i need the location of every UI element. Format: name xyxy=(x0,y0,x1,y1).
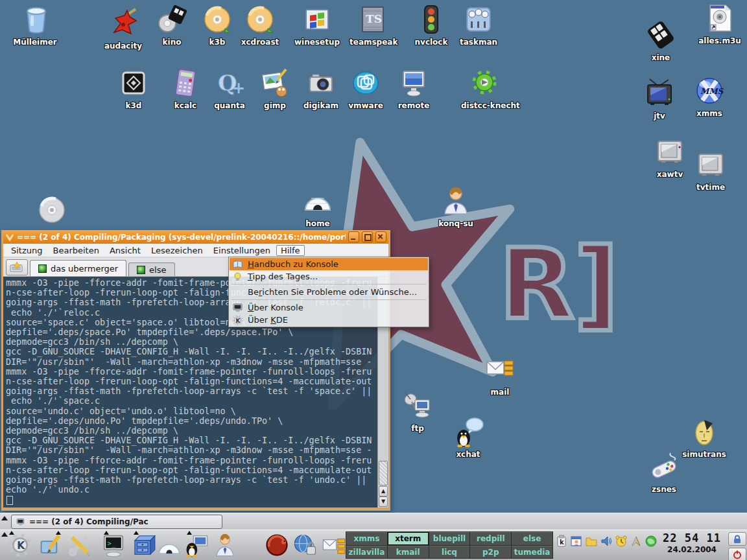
desktop-icon-nvclock[interactable]: nvclock xyxy=(407,4,456,47)
menu-item-tipp[interactable]: Tipp des Tages... xyxy=(230,270,428,283)
pager-cell-xterm[interactable]: xterm xyxy=(388,532,429,545)
menu-item-ueber-konsole[interactable]: Über Konsole xyxy=(230,301,428,314)
desktop-icon-quanta[interactable]: Q+ quanta xyxy=(205,67,254,111)
menu-bearbeiten[interactable]: Bearbeiten xyxy=(49,245,104,256)
minimize-button[interactable] xyxy=(348,231,359,242)
desktop-icon-xchat[interactable]: xchat xyxy=(444,416,493,460)
konsole-icon: >_ xyxy=(101,533,126,557)
desktop-icon-home[interactable]: home xyxy=(293,185,342,229)
menu-einstellungen[interactable]: Einstellungen xyxy=(209,245,275,256)
security-launcher[interactable] xyxy=(293,533,318,557)
terminal-cursor xyxy=(6,496,13,505)
kmenu-button[interactable]: K xyxy=(8,533,32,557)
desktop-icon-alles-m3u[interactable]: alles.m3u xyxy=(695,3,744,46)
mail-stack-icon xyxy=(322,533,346,557)
new-session-button[interactable] xyxy=(6,259,28,275)
desktop-icon-ftp[interactable]: ftp xyxy=(393,390,442,434)
kgpg-icon[interactable] xyxy=(630,535,643,548)
desktop-icon-vmware[interactable]: vmware xyxy=(341,67,390,111)
lock-screen-button[interactable] xyxy=(728,532,746,546)
desktop-icon-xmms[interactable]: MMS xmms xyxy=(685,75,734,119)
desktop-icon-tvtime[interactable]: tvtime xyxy=(686,149,735,192)
quanta-icon: Q+ xyxy=(214,67,245,99)
panel-scroll-arrow[interactable] xyxy=(1,516,8,520)
alarm-icon[interactable] xyxy=(615,535,628,548)
pager-cell-bluepill[interactable]: bluepill xyxy=(429,532,470,545)
pager-cell-else[interactable]: else xyxy=(512,532,552,545)
scroll-down-button[interactable]: ▼ xyxy=(379,496,388,507)
globe-icon[interactable] xyxy=(645,535,658,548)
folder-icon[interactable] xyxy=(585,535,598,548)
menu-ansicht[interactable]: Ansicht xyxy=(105,245,145,256)
menu-item-berichten[interactable]: Berichten Sie Probleme oder Wünsche... xyxy=(230,286,428,298)
desktop-icon-jtv[interactable]: jtv xyxy=(635,78,684,121)
camera-icon xyxy=(305,67,337,99)
menu-item-handbuch[interactable]: Handbuch zu Konsole xyxy=(230,258,428,270)
desktop-icon-audacity[interactable]: audacity xyxy=(99,8,148,51)
panel-clock[interactable]: 22 54 11 24.02.2004 xyxy=(658,531,726,554)
desktop-icon-gimp[interactable]: gimp xyxy=(250,67,300,111)
desktop-icon-digikam[interactable]: digikam xyxy=(296,67,346,111)
volume-icon[interactable] xyxy=(600,535,613,548)
help-menu: Handbuch zu Konsole Tipp des Tages... Be… xyxy=(228,257,429,327)
maximize-button[interactable] xyxy=(362,231,373,242)
desktop-icon-k3d[interactable]: k3d xyxy=(109,67,158,111)
desktop-icon-konq-su[interactable]: konq-su xyxy=(431,185,480,229)
tab-else[interactable]: else xyxy=(128,262,174,276)
desktop-pager: xmms xterm bluepill redpill else zillavi… xyxy=(346,531,553,559)
desktop-icon-kino[interactable]: kino xyxy=(147,4,196,47)
lock-logout-applet xyxy=(728,532,745,560)
close-button[interactable] xyxy=(375,231,386,242)
konq-su-launcher[interactable] xyxy=(213,533,237,557)
notes-launcher[interactable] xyxy=(39,533,64,557)
scroll-up-button[interactable]: ▲ xyxy=(379,486,388,496)
pager-cell-tumedia[interactable]: tumedia xyxy=(512,546,552,558)
pager-cell-xmms[interactable]: xmms xyxy=(346,532,387,545)
pager-cell-licq[interactable]: licq xyxy=(429,546,470,558)
pager-cell-kmail[interactable]: kmail xyxy=(388,546,429,558)
gamepad-icon xyxy=(648,451,680,482)
organizer-icon[interactable] xyxy=(570,535,583,548)
menu-item-ueber-kde[interactable]: K Über KDE xyxy=(230,314,428,326)
desktop-icon-taskman[interactable]: taskman xyxy=(454,4,503,47)
tab-das-ubermerger[interactable]: das ubermerger xyxy=(30,260,126,276)
desktop-icon-k3b[interactable]: k3b xyxy=(193,4,242,47)
k3d-icon xyxy=(118,67,149,99)
menu-lesezeichen[interactable]: Lesezeichen xyxy=(147,245,208,256)
desktop-icon-winesetup[interactable]: winesetup xyxy=(292,4,342,47)
home-launcher[interactable] xyxy=(157,533,182,557)
desktop-icon-xine[interactable]: xine xyxy=(636,19,685,63)
mail-launcher[interactable] xyxy=(322,533,346,557)
desktop-icon-zsnes[interactable]: zsnes xyxy=(639,451,689,495)
svg-text:+: + xyxy=(232,79,245,97)
desktop-icon-teamspeak[interactable]: TS teamspeak xyxy=(348,4,397,47)
pager-cell-redpill[interactable]: redpill xyxy=(470,532,511,545)
calculator-icon xyxy=(170,67,201,99)
menu-hilfe[interactable]: Hilfe xyxy=(276,245,305,256)
menu-sitzung[interactable]: Sitzung xyxy=(6,245,47,256)
desktop-icon-mail[interactable]: mail xyxy=(475,354,525,397)
desktop-icon-muelleimer[interactable]: Mülleimer xyxy=(10,4,60,47)
desktop-icon-distcc-knecht[interactable]: distcc-knecht xyxy=(460,67,509,111)
desktop-icon-kcalc[interactable]: kcalc xyxy=(161,67,210,111)
remote-linux-launcher[interactable] xyxy=(184,533,209,557)
klipper-icon[interactable]: k xyxy=(555,535,568,548)
panel-hide-arrow[interactable] xyxy=(1,532,8,537)
kmenu-icon: K xyxy=(8,533,32,557)
logout-button[interactable] xyxy=(728,548,746,560)
tv-icon xyxy=(695,149,726,180)
file-manager-launcher[interactable] xyxy=(131,533,156,557)
desktop-icon-xcdroast[interactable]: xcdroast xyxy=(235,4,285,47)
scrollbar-thumb[interactable] xyxy=(379,461,388,485)
settings-launcher[interactable] xyxy=(67,533,92,557)
desktop-icon-remote[interactable]: remote xyxy=(389,67,438,111)
svg-text:k: k xyxy=(560,539,564,546)
menu-separator xyxy=(231,299,426,300)
pager-cell-p2p[interactable]: p2p xyxy=(470,546,511,558)
mozilla-launcher[interactable] xyxy=(265,533,289,557)
pager-cell-zillavilla[interactable]: zillavilla xyxy=(346,546,387,558)
session-led-icon xyxy=(38,264,47,273)
taskbar-window-button[interactable]: === (2 of 4) Compiling/Pac xyxy=(11,515,222,529)
window-titlebar[interactable]: === (2 of 4) Compiling/Packaging (sys-de… xyxy=(3,230,388,244)
konsole-launcher[interactable]: >_ xyxy=(101,533,126,557)
